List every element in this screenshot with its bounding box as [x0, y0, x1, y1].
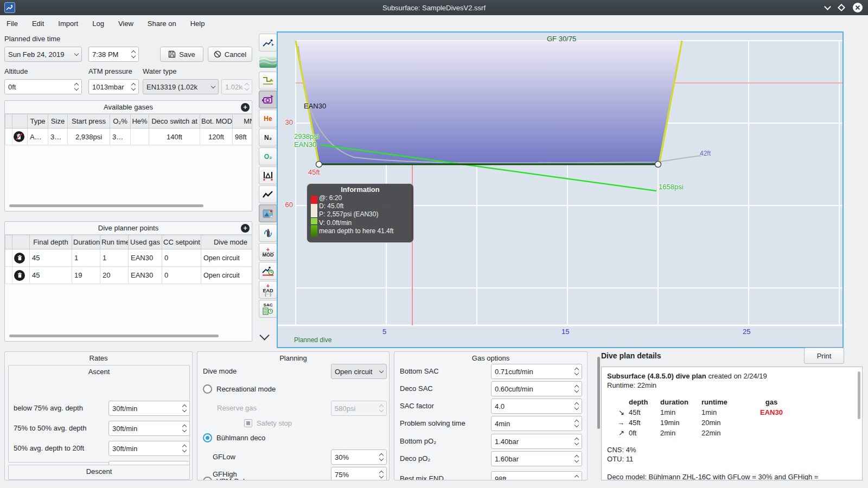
minimize-icon[interactable] — [824, 3, 831, 10]
planner-point-row: 45 19 20 EAN30 0 Open circuit — [5, 267, 253, 284]
deco-po2-spinner[interactable]: 1.60bar — [491, 451, 582, 466]
gfhigh-spinner[interactable]: 75% — [331, 467, 387, 480]
menu-help[interactable]: Help — [190, 20, 205, 28]
dive-plan-details-box[interactable]: Subsurface (4.8.5.0) dive plan created o… — [601, 367, 863, 480]
salinity-waves-icon[interactable] — [259, 53, 277, 70]
col-used-gas[interactable]: Used gas — [129, 235, 162, 249]
dive-date-select[interactable]: Sun Feb 24, 2019 — [4, 47, 82, 62]
col-type[interactable]: Type — [28, 114, 48, 129]
rate-label: 75% to 50% avg. depth — [14, 424, 86, 432]
dive-plan-details-heading: Dive plan details — [601, 351, 661, 360]
delete-point-icon[interactable] — [14, 253, 25, 264]
save-button[interactable]: Save — [160, 47, 203, 62]
ruler-icon[interactable] — [259, 166, 277, 184]
altitude-spinner[interactable]: 0ft — [4, 79, 82, 94]
photos-icon[interactable] — [259, 204, 277, 222]
gases-horizontal-scrollbar[interactable] — [9, 204, 203, 207]
tooltip-velocity: V: 0.0ft/min — [319, 219, 410, 227]
cancel-icon — [214, 50, 221, 58]
end-pressure-label: 1658psi — [659, 183, 684, 191]
gflow-spinner[interactable]: 30% — [331, 450, 387, 465]
cancel-button[interactable]: Cancel — [208, 47, 252, 62]
o2-partial-pressure-icon[interactable]: O₂ — [259, 147, 277, 165]
sac-icon[interactable]: SAC — [259, 300, 277, 318]
col-deco-switch[interactable]: Deco switch at — [149, 114, 200, 129]
add-point-button[interactable]: + — [241, 224, 250, 233]
menu-edit[interactable]: Edit — [32, 20, 44, 28]
gas-row: A… 3… 2,938psi 3… 140ft 120ft 98ft — [5, 129, 253, 145]
gflow-label: GFLow — [213, 453, 235, 461]
col-start-press[interactable]: Start press — [68, 114, 110, 129]
col-duration[interactable]: Duration — [72, 235, 100, 249]
dive-profile-chart[interactable]: GF 30/75 EAN30 2938psi EAN30 45ft 1658ps… — [277, 31, 844, 348]
radio-icon[interactable] — [203, 477, 212, 480]
available-gases-panel: Available gases + Type Size Start press … — [4, 100, 252, 211]
close-icon[interactable] — [853, 3, 863, 12]
sac-factor-spinner[interactable]: 4.0 — [491, 399, 582, 414]
heartrate-icon[interactable] — [259, 185, 277, 203]
reserve-gas-spinner-disabled: 580psi — [331, 401, 387, 416]
col-cc-setpoint[interactable]: CC setpoint — [162, 235, 201, 249]
details-scrollbar[interactable] — [858, 371, 860, 419]
col-he[interactable]: He% — [131, 114, 149, 129]
menu-view[interactable]: View — [118, 20, 133, 28]
maximize-icon[interactable] — [838, 4, 845, 11]
col-mnd[interactable]: MND — [233, 114, 253, 129]
menu-file[interactable]: File — [7, 20, 18, 28]
col-size[interactable]: Size — [48, 114, 68, 129]
dive-time-spinner[interactable]: 7:38 PM — [88, 47, 139, 62]
setpoint-icon[interactable] — [259, 91, 277, 108]
deco-po2-label: Deco pO₂ — [400, 454, 430, 463]
ceiling-icon[interactable] — [259, 72, 277, 89]
dive-mode-select[interactable]: Open circuit — [331, 364, 387, 379]
print-button[interactable]: Print — [804, 348, 844, 364]
tooltip-mean-depth: mean depth to here 41.4ft — [319, 227, 410, 235]
descent-group: Descent — [8, 465, 190, 480]
col-dive-mode[interactable]: Dive mode — [201, 235, 253, 249]
n2-partial-pressure-icon[interactable]: N₂ — [259, 129, 277, 146]
spin-down-icon[interactable] — [131, 54, 136, 58]
menu-share-on[interactable]: Share on — [148, 20, 176, 28]
menu-log[interactable]: Log — [92, 20, 104, 28]
menu-import[interactable]: Import — [58, 20, 78, 28]
dive-mode-icon[interactable] — [259, 34, 277, 52]
problem-solving-time-spinner[interactable]: 4min — [491, 416, 582, 431]
dc-reported-ceiling-icon[interactable] — [259, 262, 277, 280]
rate-label: 50% avg. depth to 20ft — [14, 444, 84, 452]
col-o2[interactable]: O₂% — [110, 114, 131, 129]
mod-icon[interactable]: +MOD — [259, 243, 277, 261]
ead-icon[interactable]: +EAD(···) — [259, 281, 277, 299]
atm-pressure-spinner[interactable]: 1013mbar — [88, 79, 139, 94]
ascent-rate-75-spinner[interactable]: 30ft/min — [108, 401, 190, 416]
delete-point-icon[interactable] — [14, 270, 25, 281]
water-type-select[interactable]: EN13319 (1.02k — [143, 79, 219, 94]
gf-label: GF 30/75 — [547, 35, 576, 43]
buhlmann-deco-option[interactable]: Bühlmann deco — [203, 433, 265, 442]
col-bot-mod[interactable]: Bot. MOD — [200, 114, 233, 129]
col-final-depth[interactable]: Final depth — [30, 235, 72, 249]
rates-panel: Rates Ascent below 75% avg. depth 30ft/m… — [4, 351, 193, 480]
bottom-sac-spinner[interactable]: 0.71cuft/min — [491, 364, 582, 379]
toolbar-scroll-down-icon[interactable] — [261, 332, 268, 339]
chevron-down-icon — [379, 368, 384, 373]
col-run-time[interactable]: Run time — [100, 235, 129, 249]
deco-sac-spinner[interactable]: 0.60cuft/min — [491, 381, 582, 396]
best-mix-end-spinner[interactable]: 98ft — [491, 471, 582, 480]
radio-icon[interactable] — [203, 384, 212, 394]
points-horizontal-scrollbar[interactable] — [9, 335, 219, 337]
ascent-rate-50-spinner[interactable]: 30ft/min — [108, 421, 190, 436]
add-gas-button[interactable]: + — [241, 103, 250, 112]
delete-gas-icon-disabled[interactable] — [14, 131, 24, 142]
recreational-mode-option[interactable]: Recreational mode — [203, 384, 276, 394]
bottom-po2-spinner[interactable]: 1.40bar — [491, 434, 582, 449]
gas-change-icon[interactable] — [259, 224, 277, 242]
subsurface-window: { "window": {"title": "Subsurface: Sampl… — [0, 0, 868, 488]
ascent-rate-20ft-spinner[interactable]: 30ft/min — [108, 441, 190, 456]
dive-profile-area — [296, 41, 682, 164]
radio-selected-icon[interactable] — [203, 433, 212, 442]
ascent-title: Ascent — [9, 365, 189, 376]
descent-title: Descent — [9, 465, 189, 476]
vpmb-deco-option[interactable]: VPM-B deco — [203, 477, 256, 480]
bottom-panel-scrollbar[interactable] — [597, 357, 600, 429]
he-partial-pressure-icon[interactable]: He — [259, 110, 277, 127]
